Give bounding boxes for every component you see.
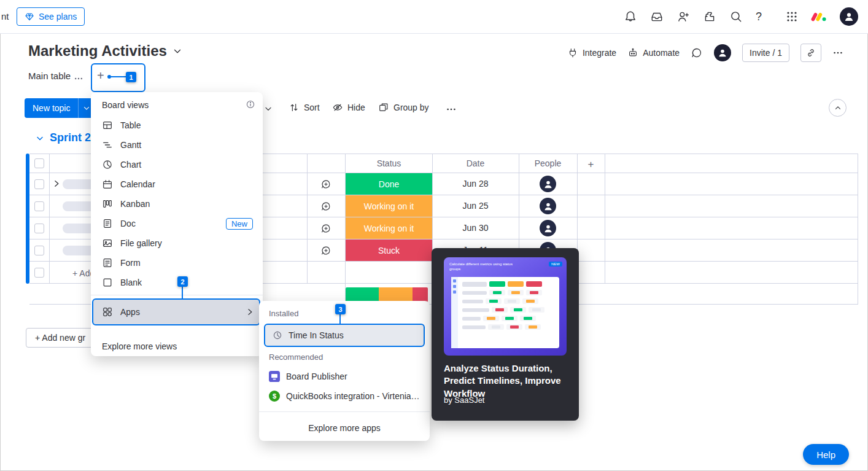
- board-chat-icon[interactable]: [691, 47, 703, 59]
- person-avatar[interactable]: [540, 198, 556, 214]
- menu-item-time-in-status[interactable]: Time In Status: [264, 324, 425, 347]
- menu-item-calendar[interactable]: Calendar: [91, 174, 263, 194]
- integrate-button[interactable]: Integrate: [567, 47, 616, 58]
- chart-view-icon: [102, 159, 113, 170]
- see-plans-button[interactable]: See plans: [17, 7, 85, 26]
- person-avatar[interactable]: [540, 176, 556, 192]
- date-cell[interactable]: Jun 25: [432, 201, 519, 211]
- menu-item-label: Doc: [120, 219, 136, 228]
- gantt-view-icon: [102, 139, 113, 150]
- invite-button[interactable]: Invite / 1: [742, 44, 789, 62]
- copy-link-button[interactable]: [800, 44, 821, 62]
- doc-view-icon: [102, 218, 113, 229]
- row-checkbox[interactable]: [34, 201, 44, 211]
- menu-item-chart[interactable]: Chart: [91, 155, 263, 174]
- tutorial-step-3-badge: 3: [335, 304, 346, 314]
- apps-view-icon: [102, 306, 113, 317]
- menu-item-gantt[interactable]: Gantt: [91, 135, 263, 155]
- invite-label: Invite / 1: [750, 48, 782, 58]
- marketplace-puzzle-icon[interactable]: [703, 10, 716, 23]
- collapse-header-button[interactable]: [829, 99, 847, 117]
- menu-item-table[interactable]: Table: [91, 115, 263, 135]
- board-owner-avatar[interactable]: [714, 44, 731, 61]
- notifications-bell-icon[interactable]: [624, 10, 637, 23]
- column-header-status[interactable]: Status: [346, 158, 432, 168]
- time-in-status-icon: [273, 330, 282, 340]
- app-preview-caption: Calculate different metrics using status…: [449, 262, 517, 271]
- status-cell[interactable]: Stuck: [346, 239, 432, 261]
- status-cell[interactable]: Done: [346, 173, 432, 195]
- user-avatar[interactable]: [840, 7, 858, 26]
- file-gallery-view-icon: [102, 238, 113, 249]
- info-icon[interactable]: [246, 99, 255, 109]
- chevron-right-icon: [246, 308, 254, 316]
- menu-item-label: Apps: [120, 307, 140, 317]
- menu-item-quickbooks[interactable]: $ QuickBooks integration - Virtenia…: [269, 387, 420, 405]
- expand-item-chevron-icon[interactable]: [52, 179, 61, 188]
- add-column-button[interactable]: +: [577, 158, 605, 171]
- summary-segment-stuck: [413, 287, 428, 302]
- status-cell[interactable]: Working on it: [346, 217, 432, 239]
- board-title[interactable]: Marketing Activities: [28, 42, 183, 60]
- add-update-bubble-icon[interactable]: [320, 179, 331, 190]
- automate-button[interactable]: Automate: [627, 47, 680, 58]
- blank-view-icon: [102, 277, 113, 288]
- date-cell[interactable]: Jun 30: [432, 223, 519, 233]
- toolbar-ellipsis-icon[interactable]: [446, 104, 457, 115]
- menu-item-label: Calendar: [120, 179, 155, 189]
- new-topic-button[interactable]: New topic: [25, 98, 95, 118]
- explore-more-apps-link[interactable]: Explore more apps: [259, 418, 430, 438]
- search-icon[interactable]: [729, 10, 743, 23]
- board-views-title: Board views: [102, 100, 149, 110]
- row-checkbox[interactable]: [34, 224, 44, 233]
- sort-label: Sort: [304, 103, 320, 112]
- installed-section-label: Installed: [269, 309, 298, 318]
- tab-menu-ellipsis-icon[interactable]: [74, 74, 83, 84]
- menu-item-file-gallery[interactable]: File gallery: [91, 233, 263, 253]
- table-grid-line: [49, 154, 50, 283]
- date-cell[interactable]: Jun 28: [432, 179, 519, 189]
- board-views-menu: Board views Table Gantt Chart Calendar K…: [91, 92, 263, 356]
- add-update-bubble-icon[interactable]: [320, 245, 331, 256]
- eye-slash-icon: [332, 102, 343, 113]
- menu-item-form[interactable]: Form: [91, 253, 263, 273]
- monday-logo: [811, 9, 827, 25]
- status-cell[interactable]: Working on it: [346, 195, 432, 217]
- invite-members-icon[interactable]: [676, 10, 690, 23]
- sort-button[interactable]: Sort: [289, 102, 320, 113]
- status-summary-bar[interactable]: [346, 287, 428, 302]
- add-new-group-button[interactable]: + Add new gr: [26, 328, 95, 348]
- person-avatar[interactable]: [540, 220, 556, 236]
- add-update-bubble-icon[interactable]: [320, 223, 331, 234]
- product-switcher-grid-icon[interactable]: [786, 10, 798, 23]
- hide-button[interactable]: Hide: [332, 102, 365, 113]
- add-update-bubble-icon[interactable]: [320, 201, 331, 212]
- add-row-checkbox: [34, 268, 44, 278]
- help-button[interactable]: Help: [803, 444, 849, 465]
- menu-item-doc[interactable]: Doc New: [91, 214, 263, 233]
- menu-item-label: Blank: [120, 278, 142, 287]
- group-collapse-chevron-icon[interactable]: [35, 133, 45, 143]
- menu-item-board-publisher[interactable]: Board Publisher: [269, 367, 347, 386]
- menu-item-blank[interactable]: Blank: [91, 273, 263, 292]
- row-checkbox[interactable]: [34, 246, 44, 255]
- filter-chevron-icon[interactable]: [263, 104, 273, 114]
- group-by-button[interactable]: Group by: [378, 102, 429, 113]
- group-header[interactable]: Sprint 2: [35, 131, 91, 144]
- tab-main-table[interactable]: Main table: [28, 71, 71, 81]
- column-header-people[interactable]: People: [519, 158, 577, 168]
- column-header-date[interactable]: Date: [432, 158, 519, 168]
- integrate-plug-icon: [567, 47, 578, 58]
- menu-item-kanban[interactable]: Kanban: [91, 194, 263, 214]
- menu-item-label: Form: [120, 258, 141, 268]
- add-view-tab-button[interactable]: +: [97, 69, 104, 83]
- menu-item-apps[interactable]: Apps: [91, 302, 263, 322]
- board-menu-ellipsis-icon[interactable]: [832, 47, 843, 58]
- explore-more-views-link[interactable]: Explore more views: [91, 337, 263, 356]
- select-all-checkbox[interactable]: [34, 158, 44, 168]
- integrate-label: Integrate: [583, 48, 616, 58]
- row-checkbox[interactable]: [34, 179, 44, 189]
- inbox-icon[interactable]: [650, 10, 664, 23]
- help-question-icon[interactable]: ?: [756, 10, 762, 23]
- menu-item-label: Kanban: [120, 199, 150, 209]
